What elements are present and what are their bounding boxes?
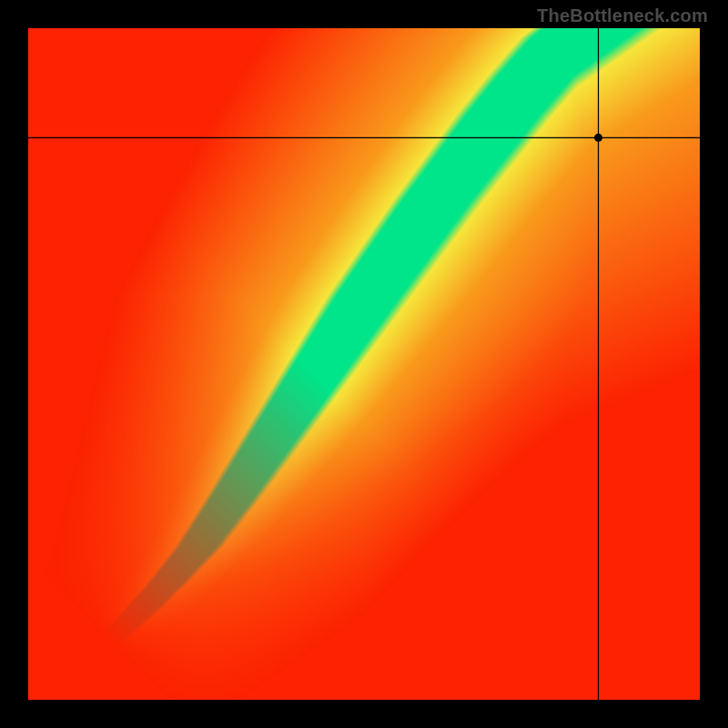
watermark-label: TheBottleneck.com [537, 5, 708, 26]
chart-container: TheBottleneck.com [0, 0, 728, 728]
bottleneck-heatmap [27, 27, 701, 701]
